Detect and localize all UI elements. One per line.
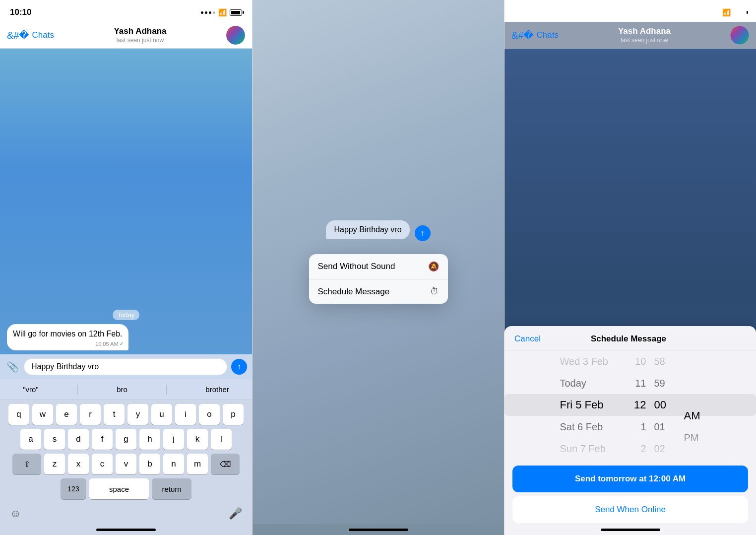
chat-area-1: Today Will go for movies on 12th Feb. 10… <box>0 49 252 354</box>
key-return[interactable]: return <box>152 478 191 499</box>
send-button-1[interactable]: ↑ <box>231 359 247 375</box>
chat-title-1: Yash Adhana <box>54 26 226 36</box>
key-a[interactable]: a <box>20 429 41 450</box>
context-item-sound-label: Send Without Sound <box>318 262 395 271</box>
key-v[interactable]: v <box>116 454 136 474</box>
context-item-schedule-label: Schedule Message <box>318 287 390 297</box>
key-h[interactable]: h <box>139 429 160 450</box>
message-time-1: 10:05 AM ✓ <box>95 340 123 348</box>
avatar-1[interactable] <box>226 26 245 45</box>
key-y[interactable]: y <box>127 404 148 425</box>
date-time-picker[interactable]: Tue 2 Feb Wed 3 Feb Today Fri 5 Feb Sat … <box>504 350 756 460</box>
wifi-icon: 📶 <box>218 8 227 16</box>
key-o[interactable]: o <box>199 404 220 425</box>
emoji-key[interactable]: ☺ <box>10 507 21 520</box>
picker-minute-col[interactable]: 57 58 59 00 01 02 03 <box>650 350 680 460</box>
back-button-3[interactable]: &#� Chats <box>511 29 559 41</box>
picker-pm[interactable]: PM <box>680 427 703 449</box>
picker-min-01[interactable]: 01 <box>650 416 669 438</box>
context-menu-item-sound[interactable]: Send Without Sound 🔕 <box>309 254 448 279</box>
picker-date-wed3feb[interactable]: Wed 3 Feb <box>556 350 612 372</box>
date-badge: Today <box>113 310 140 320</box>
picker-min-58[interactable]: 58 <box>650 350 669 372</box>
nav-header-1: &#� Chats Yash Adhana last seen just now <box>0 22 252 49</box>
key-e[interactable]: e <box>56 404 77 425</box>
screen3: 10:11 📶 &#� Chats Yash Ad <box>504 0 756 535</box>
picker-am[interactable]: AM <box>680 405 704 427</box>
key-123[interactable]: 123 <box>61 478 86 499</box>
picker-hour-2[interactable]: 2 <box>636 438 650 460</box>
key-u[interactable]: u <box>151 404 172 425</box>
key-q[interactable]: q <box>8 404 29 425</box>
key-shift[interactable]: ⇧ <box>12 454 41 474</box>
autocomplete-brother[interactable]: brother <box>198 383 236 396</box>
send-schedule-button[interactable]: Send tomorrow at 12:00 AM <box>512 466 748 492</box>
autocomplete-bro[interactable]: bro <box>110 383 134 396</box>
key-r[interactable]: r <box>80 404 101 425</box>
message-list-1: Today Will go for movies on 12th Feb. 10… <box>0 305 252 354</box>
picker-min-02[interactable]: 02 <box>650 438 669 460</box>
attach-button[interactable]: 📎 <box>5 359 20 374</box>
keyboard-row-4: 123 space return <box>2 478 250 499</box>
picker-hour-col[interactable]: 9 10 11 12 1 2 3 <box>621 350 650 460</box>
home-bar-1 <box>96 529 156 531</box>
send-when-online-button[interactable]: Send When Online <box>512 496 748 523</box>
key-n[interactable]: n <box>163 454 184 474</box>
key-p[interactable]: p <box>223 404 244 425</box>
autocomplete-vro[interactable]: "vro" <box>16 383 46 396</box>
key-k[interactable]: k <box>187 429 208 450</box>
key-b[interactable]: b <box>139 454 160 474</box>
screen1: 10:10 📶 &#� Chats Yash Adhana last seen … <box>0 0 252 535</box>
key-m[interactable]: m <box>187 454 208 474</box>
chat-title-3: Yash Adhana <box>559 26 730 36</box>
picker-date-fri5feb[interactable]: Fri 5 Feb <box>556 394 608 416</box>
picker-date-col[interactable]: Tue 2 Feb Wed 3 Feb Today Fri 5 Feb Sat … <box>556 350 621 460</box>
picker-hour-1[interactable]: 1 <box>636 416 650 438</box>
schedule-title: Schedule Message <box>591 334 666 344</box>
key-backspace[interactable]: ⌫ <box>211 454 240 474</box>
key-l[interactable]: l <box>211 429 232 450</box>
status-icons-3: 📶 <box>705 8 746 16</box>
picker-date-sat6feb[interactable]: Sat 6 Feb <box>556 416 607 438</box>
keyboard-row-1: q w e r t y u i o p <box>2 404 250 425</box>
schedule-cancel-button[interactable]: Cancel <box>514 334 541 344</box>
floating-send-btn-2[interactable]: ↑ <box>415 225 431 241</box>
key-space[interactable]: space <box>89 478 149 499</box>
key-t[interactable]: t <box>104 404 125 425</box>
key-s[interactable]: s <box>44 429 65 450</box>
status-bar-1: 10:10 📶 <box>0 0 252 22</box>
autocomplete-bar: "vro" bro brother <box>0 379 252 400</box>
context-menu-item-schedule[interactable]: Schedule Message ⏱ <box>309 279 448 304</box>
key-z[interactable]: z <box>44 454 65 474</box>
chat-subtitle-1: last seen just now <box>54 37 226 44</box>
key-x[interactable]: x <box>68 454 89 474</box>
microphone-key[interactable]: 🎤 <box>229 507 242 520</box>
picker-date-sun7feb[interactable]: Sun 7 Feb <box>556 438 610 460</box>
key-w[interactable]: w <box>32 404 53 425</box>
chat-subtitle-3: last seen just now <box>559 37 730 44</box>
nav-header-3: &#� Chats Yash Adhana last seen just now <box>504 22 756 49</box>
key-c[interactable]: c <box>92 454 113 474</box>
key-i[interactable]: i <box>175 404 196 425</box>
picker-hour-12[interactable]: 12 <box>630 394 650 416</box>
key-j[interactable]: j <box>163 429 184 450</box>
message-check-icon: ✓ <box>120 340 124 347</box>
picker-hour-10[interactable]: 10 <box>631 350 650 372</box>
keyboard-bottom-bar: ☺ 🎤 <box>0 505 252 524</box>
picker-min-00[interactable]: 00 <box>650 394 670 416</box>
key-d[interactable]: d <box>68 429 89 450</box>
back-label-3[interactable]: Chats <box>536 30 558 40</box>
back-label-1[interactable]: Chats <box>32 30 54 40</box>
message-input[interactable]: Happy Birthday vro <box>24 358 227 375</box>
avatar-3[interactable] <box>730 26 749 45</box>
home-indicator-3 <box>504 524 756 535</box>
picker-ampm-col[interactable]: AM PM <box>680 361 705 449</box>
picker-date-today[interactable]: Today <box>556 372 590 394</box>
key-g[interactable]: g <box>116 429 136 450</box>
bell-slash-icon: 🔕 <box>428 261 439 272</box>
home-bar-2 <box>349 529 408 531</box>
picker-min-59[interactable]: 59 <box>650 372 669 394</box>
key-f[interactable]: f <box>92 429 113 450</box>
picker-hour-11[interactable]: 11 <box>631 372 650 394</box>
back-button-1[interactable]: &#� Chats <box>7 29 54 41</box>
